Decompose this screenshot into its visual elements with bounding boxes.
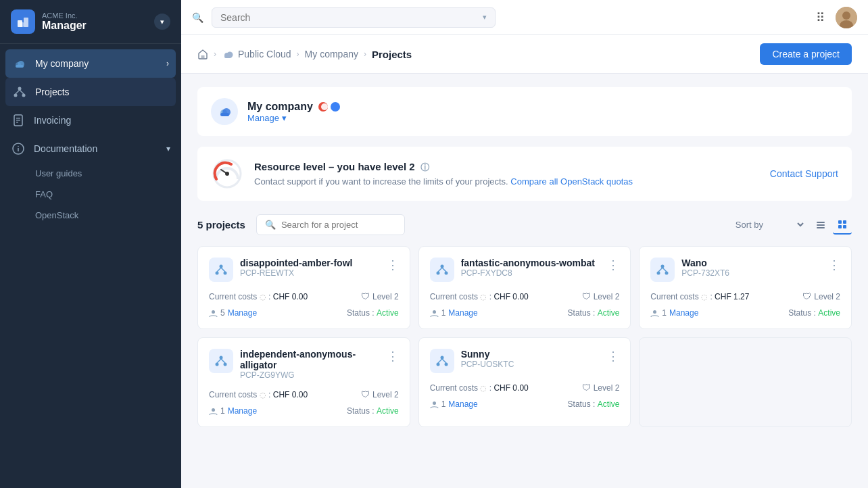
card-header: Wano PCP-732XT6 ⋮ <box>650 258 840 282</box>
company-info: My company Manage ▾ <box>247 101 340 123</box>
project-icon <box>650 258 675 282</box>
sidebar-item-label: Invoicing <box>34 115 71 126</box>
search-box[interactable]: ▾ <box>212 7 496 28</box>
grid-apps-icon[interactable]: ⠿ <box>816 10 825 25</box>
resource-title: Resource level – you have level 2 ⓘ <box>254 161 759 174</box>
project-id: PCP-FXYDC8 <box>461 268 601 278</box>
info-icon <box>11 141 26 156</box>
svg-point-52 <box>433 310 436 314</box>
level-icon: 🛡 <box>361 389 370 399</box>
project-search-input[interactable] <box>281 220 389 230</box>
cost-info-icon: ◌ <box>260 391 266 399</box>
search-dropdown-icon: ▾ <box>483 13 487 22</box>
svg-rect-39 <box>838 225 842 228</box>
svg-point-30 <box>321 103 328 110</box>
cost-info: Current costs ◌ : CHF 0.00 <box>209 390 308 399</box>
card-footer: 1 Manage Status : Active <box>209 406 399 416</box>
sidebar-item-projects[interactable]: Projects <box>5 78 176 106</box>
main-content: 🔍 ▾ ⠿ › Public Cloud › My <box>181 0 868 488</box>
cost-info-icon: ◌ <box>701 293 708 301</box>
level-badge: 🛡 Level 2 <box>361 291 399 301</box>
project-icon <box>430 349 454 373</box>
svg-line-50 <box>438 268 442 272</box>
level-icon: 🛡 <box>802 291 811 301</box>
sidebar-nav: My company › Projects <box>0 44 181 488</box>
project-menu-button[interactable]: ⋮ <box>387 258 399 272</box>
search-input[interactable] <box>220 12 477 23</box>
topbar-right: ⠿ <box>816 7 857 28</box>
svg-point-8 <box>22 94 26 97</box>
card-meta: Current costs ◌ : CHF 0.00 🛡 Level 2 <box>430 383 620 393</box>
sort-select[interactable]: Name Date <box>769 219 806 230</box>
status-area: Status : Active <box>347 406 399 416</box>
app-name: Manager <box>42 20 147 32</box>
card-footer: 1 Manage Status : Active <box>650 308 840 318</box>
svg-point-49 <box>444 272 448 275</box>
svg-rect-29 <box>331 102 340 112</box>
card-footer: 1 Manage Status : Active <box>430 308 620 318</box>
cloud-icon <box>12 56 27 71</box>
svg-line-63 <box>221 359 225 363</box>
status-area: Status : Active <box>788 308 840 318</box>
svg-rect-21 <box>201 55 205 58</box>
contact-support-link[interactable]: Contact Support <box>770 168 838 179</box>
project-menu-button[interactable]: ⋮ <box>607 258 619 272</box>
grid-view-button[interactable] <box>833 216 852 235</box>
sidebar-item-invoicing[interactable]: Invoicing <box>0 106 181 135</box>
svg-line-44 <box>217 268 221 272</box>
company-toggle[interactable] <box>318 101 340 113</box>
user-avatar[interactable] <box>836 7 857 28</box>
app-logo <box>11 9 35 34</box>
list-view-button[interactable] <box>811 216 830 235</box>
svg-line-57 <box>662 268 667 272</box>
breadcrumb-public-cloud[interactable]: Public Cloud <box>222 48 291 60</box>
projects-icon <box>12 84 27 99</box>
member-count: 1 <box>662 308 667 318</box>
sidebar-subitem-openstack[interactable]: OpenStack <box>0 205 181 226</box>
project-name: disappointed-amber-fowl <box>240 258 380 268</box>
status-value: Active <box>818 308 840 318</box>
project-menu-button[interactable]: ⋮ <box>607 349 619 364</box>
breadcrumb-bar: › Public Cloud › My company › Projects C… <box>181 35 868 74</box>
status-label: Status : <box>568 308 598 318</box>
sidebar-subitem-user-guides[interactable]: User guides <box>0 163 181 184</box>
svg-line-9 <box>16 90 20 94</box>
svg-point-48 <box>436 272 439 275</box>
level-badge: 🛡 Level 2 <box>361 389 399 399</box>
breadcrumb-home[interactable] <box>197 49 208 59</box>
member-count: 1 <box>220 406 225 416</box>
manage-link[interactable]: Manage <box>228 406 257 416</box>
card-meta: Current costs ◌ : CHF 0.00 🛡 Level 2 <box>430 291 620 301</box>
manage-link[interactable]: Manage <box>228 308 257 318</box>
project-name: independent-anonymous-alligator <box>240 349 380 370</box>
svg-rect-40 <box>843 225 846 228</box>
sidebar-subitem-faq[interactable]: FAQ <box>0 184 181 205</box>
manage-link[interactable]: Manage <box>448 308 477 318</box>
openstack-quotas-link[interactable]: Compare all OpenStack quotas <box>510 176 633 187</box>
project-menu-button[interactable]: ⋮ <box>387 349 399 364</box>
breadcrumb-my-company[interactable]: My company <box>305 49 358 59</box>
project-id: PCP-REEWTX <box>240 268 380 278</box>
company-manage-link[interactable]: Manage ▾ <box>247 113 340 123</box>
svg-line-69 <box>442 359 446 363</box>
svg-rect-24 <box>224 55 231 58</box>
manage-link[interactable]: Manage <box>669 308 698 318</box>
cost-info: Current costs ◌ : CHF 0.00 <box>430 292 529 301</box>
sidebar-item-my-company[interactable]: My company › <box>5 49 176 78</box>
manage-link[interactable]: Manage <box>448 399 477 409</box>
resource-text: Resource level – you have level 2 ⓘ Cont… <box>254 161 759 187</box>
cost-info: Current costs ◌ : CHF 1.27 <box>650 292 749 301</box>
cost-label: Current costs <box>430 292 481 301</box>
project-menu-button[interactable]: ⋮ <box>828 258 840 272</box>
sidebar-item-documentation[interactable]: Documentation ▾ <box>0 135 181 163</box>
breadcrumb-sep-2: › <box>297 49 299 59</box>
company-logo <box>211 98 238 125</box>
create-project-button[interactable]: Create a project <box>760 43 852 65</box>
project-id: PCP-732XT6 <box>681 268 821 278</box>
svg-point-17 <box>18 146 19 147</box>
sidebar-collapse-button[interactable]: ▾ <box>154 14 170 30</box>
project-search-box[interactable]: 🔍 <box>256 214 405 235</box>
level-badge: 🛡 Level 2 <box>582 383 620 393</box>
cost-value: CHF 0.00 <box>273 292 308 301</box>
svg-rect-27 <box>220 113 229 116</box>
